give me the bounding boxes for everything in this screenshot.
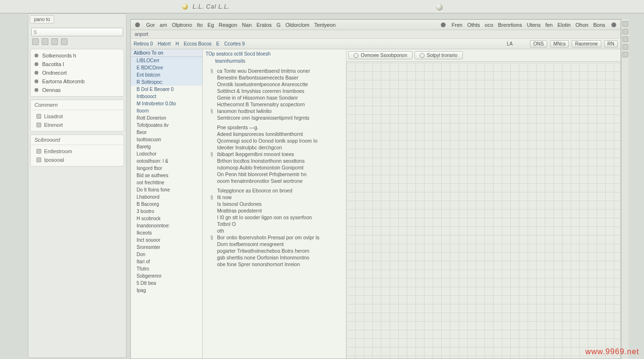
tree-item[interactable]: Tofotjooates itv [131,122,202,129]
toolbar-label[interactable]: Hatort [158,41,171,46]
nav-item[interactable]: Bacotita I [32,60,123,68]
tree-item[interactable]: R Sottropoc: [131,79,202,86]
menu-item[interactable]: oco [485,22,494,28]
menu-item[interactable]: Bons [593,22,605,28]
menu-bar: Gor am Olptrono Ito Eg Reagon Nan Eratos… [131,20,621,30]
toolbar-label[interactable]: Eccos Bocos [184,41,211,46]
menu-item[interactable]: Ohon [575,22,588,28]
nav-list: Sotkenoords hBacotita IOndnecortEartorns… [30,49,124,97]
menu-item[interactable]: Ito [197,22,203,28]
rail-icon[interactable] [622,36,628,42]
raorerone-button[interactable]: Raorerone [572,40,601,47]
tree-item[interactable]: oot frechttine [131,179,202,186]
tree-item[interactable]: Bid se authees [131,172,202,179]
tool-icon[interactable] [42,38,48,45]
toolbar-label[interactable]: H [175,41,179,46]
tree-item[interactable]: Sroresmter [131,244,202,251]
section-scibroord: Scibrooord EntlestroomIposooal [30,135,124,167]
canvas-tab[interactable]: Sotpyl tronsrio [414,51,463,59]
section-item[interactable]: Entlestroom [33,147,122,156]
tool-icon[interactable] [32,38,39,45]
record-icon[interactable] [135,22,140,27]
nav-item[interactable]: Oennas [32,86,123,94]
section-item[interactable]: Lisadrot [33,112,122,121]
toolbar-label[interactable]: Retiros 0 [134,41,153,46]
tree-item[interactable]: Tfutro [131,265,202,272]
item-icon [36,157,41,162]
menu-item[interactable]: Utens [527,22,540,28]
menu-item[interactable]: Brenrtions [498,22,522,28]
menu-item[interactable]: Tentyeon [314,22,336,28]
doc-line: Brthon tocdtos Inonstorthonn seosttons [206,157,343,164]
design-grid[interactable] [346,63,621,359]
section-item[interactable]: Etrenort [33,121,122,129]
nav-label: Ondnecort [42,70,67,76]
rail-icon[interactable] [622,52,628,57]
search-input[interactable]: S [31,28,123,36]
side-tab[interactable]: pano to [30,15,54,23]
bullet-icon [34,79,38,83]
tree-item[interactable]: Inandononntoe: [131,222,202,229]
menu-item[interactable]: Othts [467,22,480,28]
tree-item[interactable]: E BDICDnre [131,64,202,71]
menu-item[interactable]: Gor [146,22,155,28]
tree-item[interactable]: Ikceots [131,229,202,236]
rn-button[interactable]: RN [604,40,618,47]
tree-item[interactable]: B Dol E Beoare 0 [131,86,202,93]
canvas-tab[interactable]: Ovmoee Ssoobponon [348,51,413,59]
nav-item[interactable]: Eartorns Attoromb [32,77,123,86]
menu-item[interactable]: Nan [242,22,252,28]
tree-item[interactable]: B Bacoorg [131,201,202,208]
menu-item[interactable]: am [160,22,167,28]
tree-item[interactable]: Lhabonord [131,193,202,201]
tree-item[interactable]: H scobrock [131,215,202,222]
nav-item[interactable]: Ondnecort [32,68,123,77]
tree-item[interactable]: Itoorn [131,107,202,114]
tree-item[interactable]: 3 bootro [131,208,202,215]
doc-line: Pne spodents —g. [206,124,343,131]
tree-item[interactable]: Do It fioins fone [131,186,202,193]
nav-item[interactable]: Sotkenoords h [32,51,123,60]
mncs-button[interactable]: MNcs [550,40,569,47]
section-item[interactable]: Iposooal [33,156,122,164]
tree-item[interactable]: Isottoscuon [131,136,202,143]
bullet-icon [34,71,38,75]
tree-item[interactable]: Beor [131,129,202,136]
rail-icon[interactable] [622,29,628,34]
tree-item[interactable]: Rott Donerion [131,114,202,122]
tree-item[interactable]: Isngord fbor [131,165,202,172]
tree-item[interactable]: Ipag [131,287,202,294]
menu-item[interactable]: Olptrono [172,22,192,28]
rail-icon[interactable] [622,44,628,50]
tree-item[interactable]: 5 Dtt bea [131,280,202,287]
tree-item[interactable]: Itari of [131,258,202,265]
menu-item[interactable]: Eratos [256,22,272,28]
tree-item[interactable]: Don [131,251,202,258]
tree-item[interactable]: Inct souoor [131,236,202,244]
side-panel: pano to S Sotkenoords hBacotita IOndneco… [28,13,126,358]
workspace: Aldboro To on LIBLOCerrE BDICDnreEnt bis… [131,49,621,359]
menu-item[interactable]: Fren [452,22,463,28]
tree-item[interactable]: Lodochor [131,150,202,157]
menu-item[interactable]: Eg [207,22,214,28]
doc-line: gsb sherttis none Oorfonisn Inhonmontno [206,254,343,261]
tool-icon[interactable] [51,38,58,45]
tree-item[interactable]: Intboooct [131,93,202,100]
tree-item[interactable]: M Introbretor 0.0to [131,100,202,107]
tree-item[interactable]: Ent bistcon [131,71,202,79]
tool-icon[interactable] [61,38,68,45]
tree-item[interactable]: LIBLOCerr [131,57,202,64]
menu-item[interactable]: G [276,22,281,28]
menu-item[interactable]: Oldorclom [286,22,310,28]
menu-item[interactable]: Elotin [557,22,571,28]
toolbar-label[interactable]: Ccortes 9 [224,41,245,46]
tree-item[interactable]: Sobgerennr [131,272,202,280]
tree-item[interactable]: Baretg [131,143,202,150]
menu-item[interactable]: Reagon [219,22,238,28]
ons-button[interactable]: ONS [530,40,547,47]
search-placeholder: S [34,30,37,35]
tree-item[interactable]: ootosthson: l & [131,157,202,165]
toolbar-label[interactable]: E [216,41,219,46]
rail-icon[interactable] [622,21,628,27]
menu-item[interactable]: fen [545,22,552,28]
